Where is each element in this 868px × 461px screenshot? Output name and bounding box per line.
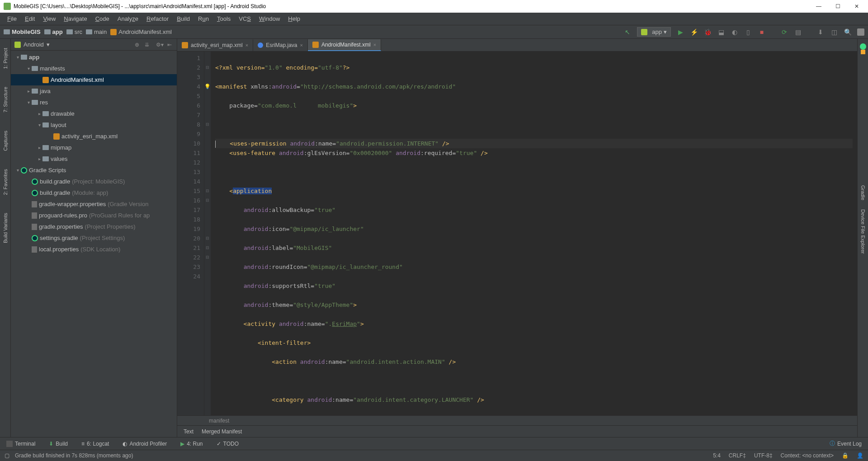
tree-item[interactable]: ▾Gradle Scripts: [11, 165, 177, 176]
project-structure-button[interactable]: ⬇: [816, 28, 825, 36]
tool-project[interactable]: 1: Project: [3, 43, 8, 73]
tool-device-file-explorer[interactable]: Device File Explorer: [860, 205, 866, 258]
sync-gradle-button[interactable]: ⟳: [780, 28, 788, 36]
avd-manager-button[interactable]: ▯: [744, 28, 752, 36]
close-icon[interactable]: ×: [245, 42, 248, 48]
editor-mode-text[interactable]: Text: [184, 428, 193, 435]
tool-build[interactable]: ⬇Build: [46, 440, 71, 448]
menu-view[interactable]: View: [39, 14, 59, 23]
tab-esrimap-java[interactable]: EsriMap.java×: [253, 39, 308, 51]
inspections-icon[interactable]: 👤: [857, 452, 863, 459]
hide-icon[interactable]: ⇤: [166, 42, 173, 48]
breadcrumb-main[interactable]: main: [86, 28, 107, 35]
tree-item[interactable]: ▸drawable: [11, 108, 177, 119]
tree-item[interactable]: build.gradle(Project: MobileGIS): [11, 176, 177, 187]
settings-icon[interactable]: ⚙▾: [156, 42, 163, 48]
tool-profiler[interactable]: ◐Android Profiler: [120, 440, 170, 448]
line-separator[interactable]: CRLF‡: [729, 452, 746, 459]
run-config-selector[interactable]: app ▾: [637, 27, 671, 37]
tree-item[interactable]: local.properties(SDK Location): [11, 244, 177, 255]
menu-tools[interactable]: Tools: [213, 14, 234, 23]
attach-debugger-button[interactable]: ◐: [731, 28, 739, 36]
close-icon[interactable]: ×: [300, 42, 303, 48]
prop-icon: [32, 224, 37, 230]
profiler-button[interactable]: ⬓: [717, 28, 725, 36]
minimize-button[interactable]: —: [816, 3, 822, 9]
menu-navigate[interactable]: Navigate: [60, 14, 90, 23]
file-encoding[interactable]: UTF-8‡: [754, 452, 773, 459]
tool-terminal[interactable]: Terminal: [4, 440, 38, 448]
menu-help[interactable]: Help: [284, 14, 304, 23]
menu-build[interactable]: Build: [173, 14, 193, 23]
menu-refactor[interactable]: Refactor: [143, 14, 172, 23]
tool-favorites[interactable]: 2: Favorites: [3, 165, 8, 199]
search-button[interactable]: 🔍: [844, 28, 852, 36]
tool-captures[interactable]: Captures: [3, 126, 8, 155]
tree-item[interactable]: proguard-rules.pro(ProGuard Rules for ap: [11, 210, 177, 221]
dropdown-icon[interactable]: ▾: [47, 41, 50, 48]
run-button[interactable]: ▶: [676, 28, 684, 36]
menu-vcs[interactable]: VCS: [235, 14, 255, 23]
editor-area: activity_esri_map.xml× EsriMap.java× And…: [177, 39, 857, 437]
menu-file[interactable]: File: [4, 14, 20, 23]
collapse-all-icon[interactable]: ⇊: [143, 42, 151, 48]
tree-item[interactable]: ▾manifests: [11, 63, 177, 74]
menu-analyze[interactable]: Analyze: [114, 14, 142, 23]
breadcrumb-mobilegis[interactable]: MobileGIS: [4, 28, 41, 35]
tree-item[interactable]: gradle-wrapper.properties(Gradle Version: [11, 198, 177, 210]
folder-icon: [32, 89, 38, 94]
tool-todo[interactable]: ✓TODO: [214, 440, 241, 448]
editor-body[interactable]: 123456789101112131415161718192021222324 …: [177, 52, 857, 415]
tree-item[interactable]: activity_esri_map.xml: [11, 131, 177, 142]
tree-item[interactable]: ▾app: [11, 52, 177, 63]
tool-build-variants[interactable]: Build Variants: [3, 208, 8, 248]
breadcrumb-app[interactable]: app: [44, 28, 63, 35]
tree-item[interactable]: settings.gradle(Project Settings): [11, 232, 177, 244]
menu-code[interactable]: Code: [92, 14, 113, 23]
code-content[interactable]: <?xml version="1.0" encoding="utf-8"?> <…: [211, 52, 857, 415]
context-selector[interactable]: Context: <no context>: [781, 452, 834, 459]
tool-event-log[interactable]: ⓘEvent Log: [827, 439, 864, 448]
close-button[interactable]: ✕: [854, 3, 860, 9]
gradle-icon: [860, 43, 866, 50]
menu-run[interactable]: Run: [194, 14, 212, 23]
make-project-button[interactable]: ↖: [623, 28, 632, 36]
tree-item[interactable]: ▸mipmap: [11, 142, 177, 153]
tab-activity-esri-map[interactable]: activity_esri_map.xml×: [177, 39, 253, 51]
avatar-icon[interactable]: [857, 28, 864, 36]
breadcrumb-manifest[interactable]: AndroidManifest.xml: [110, 28, 172, 35]
debug-button[interactable]: 🐞: [703, 28, 712, 36]
tree-item[interactable]: gradle.properties(Project Properties): [11, 221, 177, 232]
tree-item[interactable]: ▸java: [11, 85, 177, 97]
cursor-position[interactable]: 5:4: [713, 452, 721, 459]
breadcrumb-element[interactable]: manifest: [209, 418, 229, 424]
folder-icon: [66, 29, 73, 34]
breadcrumb-src[interactable]: src: [66, 28, 82, 35]
apply-changes-button[interactable]: ⚡: [690, 28, 698, 36]
project-view-mode[interactable]: Android: [24, 41, 44, 48]
tool-windows-icon[interactable]: ▢: [5, 452, 9, 459]
tree-item[interactable]: ▸values: [11, 153, 177, 165]
editor-mode-merged[interactable]: Merged Manifest: [202, 428, 242, 435]
lock-icon[interactable]: 🔒: [842, 452, 849, 459]
tab-androidmanifest[interactable]: AndroidManifest.xml×: [308, 39, 381, 51]
tree-item[interactable]: build.gradle(Module: app): [11, 187, 177, 198]
tree-item[interactable]: ▾layout: [11, 119, 177, 131]
tool-logcat[interactable]: ≡6: Logcat: [79, 440, 112, 448]
stop-button[interactable]: ■: [758, 28, 766, 36]
tree-item[interactable]: AndroidManifest.xml: [11, 74, 177, 85]
maximize-button[interactable]: ☐: [835, 3, 841, 9]
tree-item[interactable]: ▾res: [11, 97, 177, 108]
scroll-from-source-icon[interactable]: ⊕: [133, 42, 141, 48]
tool-run[interactable]: ▶4: Run: [178, 440, 205, 448]
menu-window[interactable]: Window: [255, 14, 283, 23]
close-icon[interactable]: ×: [373, 42, 376, 47]
xml-icon: [182, 42, 188, 48]
menu-edit[interactable]: Edit: [21, 14, 38, 23]
layout-inspector-button[interactable]: ◫: [830, 28, 838, 36]
tool-structure[interactable]: 7: Structure: [3, 82, 8, 117]
tool-gradle[interactable]: Gradle: [860, 181, 866, 205]
sdk-manager-button[interactable]: ▤: [794, 28, 802, 36]
dropdown-icon: ▾: [664, 28, 667, 35]
folder-icon: [42, 111, 49, 116]
